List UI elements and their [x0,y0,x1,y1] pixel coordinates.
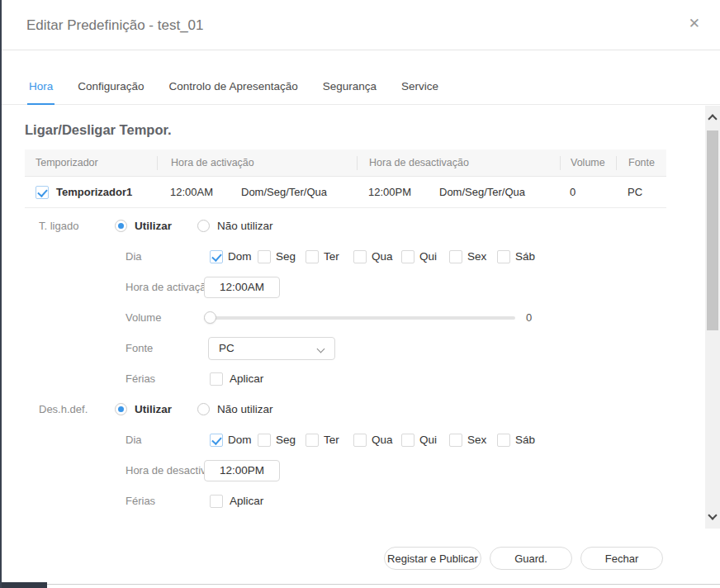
off-time-row: Hora de desactivação 12:00PM [2,455,672,486]
page-title: Ligar/Desligar Tempor. [25,122,672,138]
off-day-row: Dia Dom Seg Ter Qua Qui Sex Sáb [2,424,672,455]
tab-controlo-apresentacao[interactable]: Controlo de Apresentação [168,80,300,105]
day-sab-checkbox[interactable] [497,434,510,447]
on-use-radio[interactable] [115,220,127,232]
close-icon[interactable]: ✕ [689,15,700,33]
day-seg-checkbox[interactable] [258,434,271,447]
off-no-use-radio[interactable] [197,403,210,415]
day-ter[interactable]: Ter [306,434,353,447]
on-use-label: Utilizar [135,220,172,232]
day-sex[interactable]: Sex [449,250,497,263]
tab-row: Hora Configuração Controlo de Apresentaç… [27,80,440,105]
timer-table-header: Temporizador Hora de activação Hora de d… [25,149,666,177]
day-ter-checkbox[interactable] [306,250,319,263]
scrollbar-thumb[interactable] [707,130,718,330]
off-holiday-row: Férias Aplicar [2,486,672,516]
off-no-use-label: Não utilizar [217,403,273,415]
volume-slider[interactable] [204,311,515,324]
day-qua-checkbox[interactable] [353,250,367,263]
on-day-checkboxes: Dom Seg Ter Qua Qui Sex Sáb [210,250,545,263]
day-qui-checkbox[interactable] [401,434,414,447]
tab-configuracao[interactable]: Configuração [76,80,145,105]
off-time-input[interactable]: 12:00PM [204,460,280,481]
source-row: Fonte PC [2,333,672,363]
off-holiday-label: Férias [126,495,204,507]
timer-name: Temporizador1 [56,186,132,198]
day-qua[interactable]: Qua [353,250,401,263]
on-holiday-label: Férias [126,372,204,385]
day-seg[interactable]: Seg [258,250,306,263]
source-select[interactable]: PC [208,337,335,360]
dialog-titlebar: Editar Predefinição - test_01 ✕ [2,0,720,50]
volume-slider-track[interactable] [204,316,515,320]
day-qui[interactable]: Qui [401,250,449,263]
timer1-checkbox[interactable] [36,186,49,199]
scroll-up-icon[interactable] [705,107,720,127]
day-ter[interactable]: Ter [306,250,353,263]
volume-row: Volume 0 [2,302,672,333]
table-row: Temporizador1 12:00AM Dom/Seg/Ter/Qua 12… [25,177,666,208]
bottom-divider [47,584,720,585]
day-sex[interactable]: Sex [449,434,497,447]
day-qui[interactable]: Qui [401,434,449,447]
off-no-use-radio-group[interactable]: Não utilizar [197,403,280,415]
day-seg-checkbox[interactable] [258,250,271,263]
on-no-use-radio-group[interactable]: Não utilizar [197,220,280,232]
source-label: Fonte [126,342,204,354]
day-dom-checkbox[interactable] [210,250,223,263]
off-use-radio[interactable] [115,403,127,415]
row-on-days: Dom/Seg/Ter/Qua [241,186,327,198]
off-section-label: Des.h.def. [39,403,115,415]
on-time-row: Hora de activação 12:00AM [2,272,672,302]
edit-preset-dialog: Editar Predefinição - test_01 ✕ Hora Con… [0,0,720,588]
on-time-input[interactable]: 12:00AM [204,277,280,298]
on-holiday-checkbox[interactable] [210,372,223,386]
off-time-label: Hora de desactivação [126,464,204,477]
background-app-edge [2,582,47,588]
off-holiday-checkbox[interactable] [210,495,223,508]
day-qui-checkbox[interactable] [401,250,414,263]
register-publish-button[interactable]: Registar e Publicar [384,547,481,570]
row-volume: 0 [560,186,616,198]
day-ter-checkbox[interactable] [306,434,319,447]
off-holiday-apply-label: Aplicar [230,495,263,507]
tab-bar: Hora Configuração Controlo de Apresentaç… [2,50,720,105]
row-source: PC [616,186,666,198]
dialog-title: Editar Predefinição - test_01 [26,17,204,34]
on-time-label: Hora de activação [126,281,204,293]
scroll-down-icon[interactable] [705,507,720,527]
volume-slider-thumb[interactable] [204,311,216,324]
on-day-label: Dia [126,250,204,263]
chevron-down-icon [317,344,325,353]
off-use-radio-group[interactable]: Utilizar [115,403,197,415]
vertical-scrollbar[interactable] [705,106,720,529]
on-holiday-row: Férias Aplicar [2,363,672,394]
row-on-time: 12:00AM [170,186,241,198]
off-day-checkboxes: Dom Seg Ter Qua Qui Sex Sáb [210,434,545,447]
day-qua-checkbox[interactable] [353,434,367,447]
on-use-radio-group[interactable]: Utilizar [115,220,197,232]
day-dom[interactable]: Dom [210,434,258,447]
on-no-use-label: Não utilizar [217,220,273,232]
on-section-label: T. ligado [39,220,115,232]
save-button[interactable]: Guard. [490,547,572,570]
day-dom-checkbox[interactable] [210,434,223,447]
day-sab[interactable]: Sáb [497,250,545,263]
day-dom[interactable]: Dom [210,250,258,263]
row-off-days: Dom/Seg/Ter/Qua [439,186,525,198]
tab-service[interactable]: Service [400,80,440,105]
volume-value: 0 [526,311,532,324]
day-sex-checkbox[interactable] [449,250,462,263]
off-day-label: Dia [126,434,204,446]
day-sex-checkbox[interactable] [449,434,462,447]
tab-hora[interactable]: Hora [27,80,54,105]
day-sab-checkbox[interactable] [497,250,510,263]
tab-seguranca[interactable]: Segurança [321,80,378,105]
day-seg[interactable]: Seg [258,434,306,447]
on-day-row: Dia Dom Seg Ter Qua Qui Sex Sáb [2,241,672,272]
close-button[interactable]: Fechar [580,547,663,570]
day-sab[interactable]: Sáb [497,434,545,447]
on-no-use-radio[interactable] [197,220,210,232]
day-qua[interactable]: Qua [353,434,401,447]
col-header-fonte: Fonte [616,156,666,170]
